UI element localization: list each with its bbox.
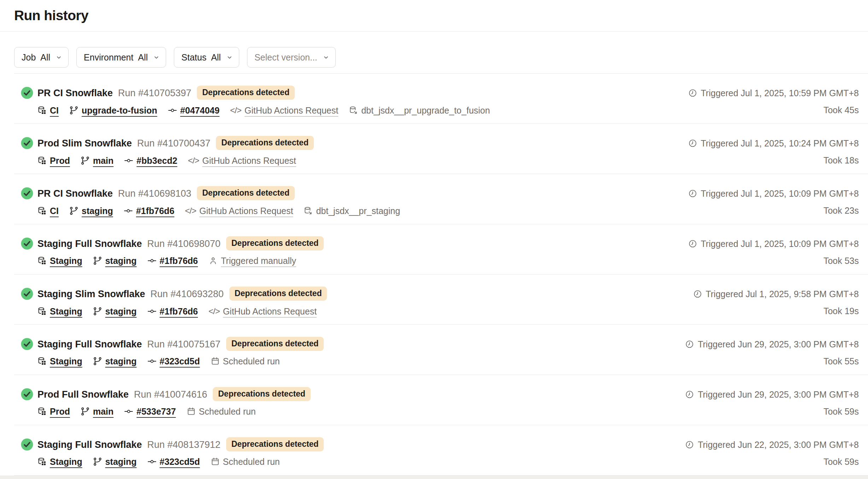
run-row-right: Triggered Jun 29, 2025, 3:00 PM GMT+8Too… (685, 337, 859, 368)
run-row-main: Prod Full SnowflakeRun #410074616Depreca… (37, 387, 311, 418)
run-job-name[interactable]: Prod Slim Snowflake (37, 136, 132, 151)
git-branch-link[interactable]: main (81, 405, 113, 418)
run-row[interactable]: PR CI SnowflakeRun #410705397Deprecation… (14, 74, 868, 124)
success-status-icon (20, 137, 34, 150)
trigger-source-link[interactable]: </>GitHub Actions Request (185, 204, 293, 218)
meta-label: staging (82, 204, 113, 218)
success-status-icon (20, 86, 34, 99)
git-branch-link[interactable]: staging (93, 254, 137, 267)
run-id: Run #410698070 (147, 236, 221, 251)
commit-icon (147, 307, 157, 316)
run-meta-line: Staging staging #323cd5d Scheduled run (37, 455, 324, 468)
branch-icon (81, 407, 90, 416)
trigger-source-link[interactable]: </>GitHub Actions Request (230, 103, 338, 117)
commit-link[interactable]: #533e737 (124, 405, 176, 418)
trigger-source-link[interactable]: </>GitHub Actions Request (188, 154, 296, 167)
job-icon (37, 357, 47, 366)
run-job-name[interactable]: Staging Slim Snowflake (37, 287, 145, 301)
commit-link[interactable]: #323cd5d (147, 354, 200, 368)
run-title-line: Staging Full SnowflakeRun #410075167Depr… (37, 337, 324, 352)
run-row-main: Prod Slim SnowflakeRun #410700437Depreca… (37, 136, 314, 167)
commit-link[interactable]: #1fb76d6 (124, 204, 174, 218)
filter-label: Job (22, 52, 36, 63)
chevron-down-icon (226, 54, 233, 61)
run-row[interactable]: Staging Full SnowflakeRun #410698070Depr… (14, 224, 868, 275)
success-status-icon (20, 237, 34, 250)
run-row[interactable]: PR CI SnowflakeRun #410698103Deprecation… (14, 174, 868, 224)
run-job-name[interactable]: Staging Full Snowflake (37, 337, 142, 352)
commit-icon (124, 156, 133, 165)
filter-environment[interactable]: EnvironmentAll (76, 47, 166, 68)
deprecations-badge: Deprecations detected (229, 287, 327, 301)
job-icon (37, 307, 47, 316)
run-row[interactable]: Prod Full SnowflakeRun #410074616Depreca… (14, 375, 868, 425)
trigger-type-text: Scheduled run (211, 354, 280, 368)
filter-version[interactable]: Select version... (247, 47, 336, 68)
git-branch-link[interactable]: staging (93, 305, 137, 318)
commit-link[interactable]: #323cd5d (147, 455, 200, 468)
meta-label: dbt_jsdx__pr_staging (316, 204, 400, 218)
job-icon (37, 256, 47, 265)
git-branch-link[interactable]: staging (93, 354, 137, 368)
run-job-link[interactable]: Prod (37, 405, 70, 418)
deprecations-badge: Deprecations detected (216, 136, 314, 150)
run-row[interactable]: Staging Full SnowflakeRun #408137912Depr… (14, 425, 868, 475)
run-job-name[interactable]: PR CI Snowflake (37, 186, 113, 201)
filter-status[interactable]: StatusAll (174, 47, 239, 68)
commit-link[interactable]: #bb3ecd2 (124, 154, 177, 167)
meta-label: #323cd5d (160, 455, 200, 468)
run-job-link[interactable]: Staging (37, 354, 82, 368)
calendar-icon (211, 457, 220, 466)
branch-icon (93, 357, 102, 366)
filter-job[interactable]: JobAll (14, 47, 69, 68)
trigger-source-link[interactable]: </>GitHub Actions Request (209, 304, 317, 318)
schema-name: dbt_jsdx__pr_upgrade_to_fusion (349, 104, 490, 117)
deprecations-badge: Deprecations detected (197, 186, 295, 200)
run-duration: Took 18s (688, 154, 859, 167)
git-branch-link[interactable]: main (81, 154, 113, 167)
run-job-name[interactable]: Prod Full Snowflake (37, 387, 129, 402)
filter-value: All (211, 52, 221, 63)
run-job-link[interactable]: CI (37, 204, 59, 218)
run-title-line: PR CI SnowflakeRun #410698103Deprecation… (37, 186, 400, 201)
triggered-text: Triggered Jul 1, 2025, 10:24 PM GMT+8 (701, 136, 859, 151)
filter-value: All (138, 52, 148, 63)
commit-link[interactable]: #1fb76d6 (147, 254, 198, 267)
run-title-line: PR CI SnowflakeRun #410705397Deprecation… (37, 86, 490, 100)
filter-label: Status (181, 52, 206, 63)
run-row[interactable]: Staging Slim SnowflakeRun #410693280Depr… (14, 275, 868, 325)
run-row-left: Staging Full SnowflakeRun #408137912Depr… (20, 437, 324, 468)
run-job-link[interactable]: Staging (37, 455, 82, 468)
commit-icon (124, 206, 133, 215)
run-triggered-time: Triggered Jun 29, 2025, 3:00 PM GMT+8 (685, 337, 859, 352)
commit-link[interactable]: #1fb76d6 (147, 305, 198, 318)
git-branch-link[interactable]: staging (69, 204, 113, 218)
commit-icon (147, 256, 157, 265)
run-row-right: Triggered Jul 1, 2025, 10:09 PM GMT+8Too… (688, 236, 859, 267)
run-job-link[interactable]: Prod (37, 154, 70, 167)
run-duration: Took 19s (693, 304, 859, 318)
git-branch-link[interactable]: upgrade-to-fusion (69, 104, 157, 117)
calendar-icon (187, 407, 196, 416)
run-job-link[interactable]: Staging (37, 254, 82, 267)
git-branch-link[interactable]: staging (93, 455, 137, 468)
run-job-name[interactable]: Staging Full Snowflake (37, 437, 142, 452)
job-icon (37, 106, 47, 115)
run-meta-line: Staging staging #1fb76d6</>GitHub Action… (37, 304, 327, 318)
run-job-link[interactable]: CI (37, 104, 59, 117)
trigger-type-link[interactable]: Triggered manually (209, 254, 296, 267)
run-job-link[interactable]: Staging (37, 305, 82, 318)
branch-icon (81, 156, 90, 165)
run-job-name[interactable]: PR CI Snowflake (37, 86, 113, 100)
run-row[interactable]: Prod Slim SnowflakeRun #410700437Depreca… (14, 124, 868, 174)
run-duration: Took 23s (688, 204, 859, 217)
filter-label: Environment (84, 52, 133, 63)
run-row-right: Triggered Jul 1, 2025, 10:59 PM GMT+8Too… (688, 86, 859, 117)
run-row-right: Triggered Jun 29, 2025, 3:00 PM GMT+8Too… (685, 387, 859, 418)
meta-label: Staging (50, 354, 82, 368)
commit-link[interactable]: #0474049 (168, 104, 219, 117)
run-job-name[interactable]: Staging Full Snowflake (37, 236, 142, 251)
run-list: PR CI SnowflakeRun #410705397Deprecation… (0, 74, 868, 475)
run-row[interactable]: Staging Full SnowflakeRun #410075167Depr… (14, 325, 868, 375)
run-meta-line: Staging staging #1fb76d6 Triggered manua… (37, 254, 324, 267)
